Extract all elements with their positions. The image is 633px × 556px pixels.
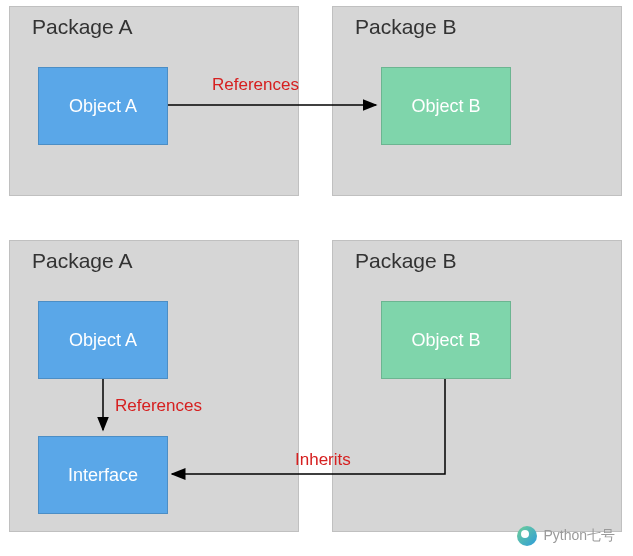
bottom-object-a: Object A — [38, 301, 168, 379]
watermark-icon — [517, 526, 537, 546]
bottom-package-a-panel: Package A Object A Interface — [9, 240, 299, 532]
bottom-package-b-panel: Package B Object B — [332, 240, 622, 532]
bottom-package-b-title: Package B — [355, 249, 457, 273]
top-package-b-title: Package B — [355, 15, 457, 39]
top-package-a-title: Package A — [32, 15, 132, 39]
watermark-text: Python七号 — [543, 527, 615, 545]
bottom-object-b: Object B — [381, 301, 511, 379]
top-package-a-panel: Package A Object A — [9, 6, 299, 196]
watermark: Python七号 — [517, 526, 615, 546]
bottom-inherits-label: Inherits — [295, 450, 351, 470]
top-package-b-panel: Package B Object B — [332, 6, 622, 196]
bottom-package-a-title: Package A — [32, 249, 132, 273]
bottom-references-label: References — [115, 396, 202, 416]
top-references-label: References — [212, 75, 299, 95]
top-object-a: Object A — [38, 67, 168, 145]
bottom-interface: Interface — [38, 436, 168, 514]
top-object-b: Object B — [381, 67, 511, 145]
